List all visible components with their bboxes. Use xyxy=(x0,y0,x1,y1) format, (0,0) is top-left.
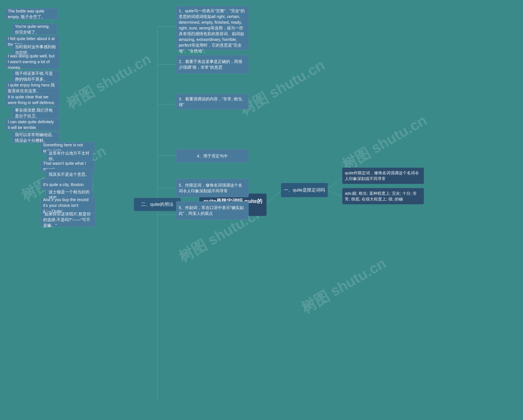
svg-line-1 xyxy=(266,190,282,204)
watermark-6: 树图 shutu.cn xyxy=(298,253,390,318)
right-child-1: quite作限定词，修饰名词强调这个名词令人印象深刻或不同寻常 xyxy=(342,168,424,184)
branch-right-main: 一、quite是限定词吗 xyxy=(281,183,328,197)
example-3d: I can state quite definitely it will be … xyxy=(5,119,59,131)
watermark-3: 树图 shutu.cn xyxy=(236,55,328,120)
example-3b: It is quite clear that we were firing in… xyxy=(5,93,59,106)
example-3a: I quite enjoy living here.我挺喜欢住在这里。 xyxy=(5,82,59,94)
example-1b: You're quite wrong. 你完全错了。 xyxy=(12,24,57,35)
watermark-1: 树图 shutu.cn xyxy=(63,49,155,113)
example-4d: 我其实不是这个意思。 xyxy=(46,169,93,180)
example-3c: 事实很清楚,我们开枪是出于自卫。 xyxy=(12,107,59,119)
sub-branch-1-label: 1、quite与一些表示"完整"、"完全"的意思的词或词组如all right,… xyxy=(176,6,249,50)
example-5bb: "如果你买这张唱片,那是你的选择,不是吗?"——"可不是嘛。" xyxy=(41,213,96,227)
sub-branch-2-label: 2、着重于表达某事是正确的，而很少强调"很，非常"的意思 xyxy=(176,55,249,74)
example-5ba: And if you buy the record it's your choi… xyxy=(41,198,96,213)
svg-line-3 xyxy=(327,190,343,197)
sub-branch-5b-label: 5、作副词，常在口语中表示"确实如此"，同某人的观点 xyxy=(176,201,249,220)
example-2d: 我干得还算不错,可是挣的钱却不算多。 xyxy=(12,71,59,82)
svg-line-2 xyxy=(327,177,343,190)
branch-left-main: 二、quite的用法 xyxy=(134,198,181,211)
right-child-2: adv.颇; 相当; 某种程度上; 完全; 十分; 非常; 彻底; 在很大程度上… xyxy=(342,188,424,204)
example-4b: 这里有什么地方不太对劲。 xyxy=(46,150,93,161)
example-5aa: It's quite a city, Boston. xyxy=(41,179,93,190)
example-3e: 我可以非常明确地说,情况会十分糟糕。 xyxy=(12,132,59,143)
sub-branch-4-label: 4、用于否定句中 xyxy=(176,149,249,163)
example-1a: The bottle was quite empty. 瓶子全空了。 xyxy=(5,8,58,19)
example-2c: I was doing quite well, but I wasn't ear… xyxy=(5,55,59,69)
sub-branch-3-label: 3、着重强调说的内容，"非常; 相当, 很" xyxy=(176,94,249,109)
watermark-5: 树图 shutu.cn xyxy=(339,110,430,175)
sub-branch-5a-label: 5、作限定词，修饰名词强调这个名词令人印象深刻或不同寻常 xyxy=(176,179,249,197)
